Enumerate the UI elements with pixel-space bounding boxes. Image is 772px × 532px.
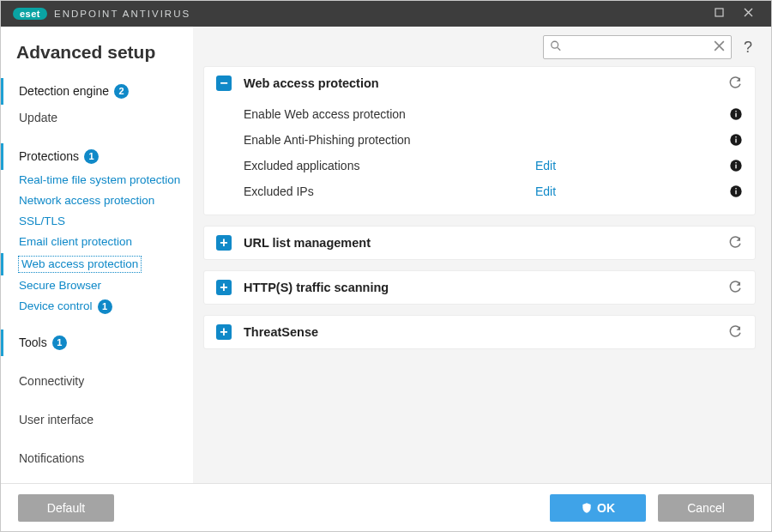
- sidebar-item-label: Update: [19, 111, 57, 125]
- sidebar-item-notifications[interactable]: Notifications: [1, 445, 192, 472]
- panel-header[interactable]: +URL list management: [204, 227, 755, 259]
- sidebar-subitem-web-access-protection[interactable]: Web access protection: [1, 253, 192, 275]
- svg-line-2: [558, 47, 560, 50]
- svg-rect-11: [735, 162, 736, 163]
- svg-rect-5: [735, 111, 736, 112]
- default-button[interactable]: Default: [18, 494, 114, 522]
- svg-rect-10: [735, 165, 736, 169]
- sidebar-subitem-network-access-protection[interactable]: Network access protection: [1, 190, 192, 211]
- sidebar-subitem-real-time-file-system-protection[interactable]: Real-time file system protection: [1, 170, 192, 190]
- brand-logo: eset: [13, 8, 47, 20]
- setting-label: Excluded IPs: [244, 184, 535, 198]
- sidebar-item-protections[interactable]: Protections1: [1, 143, 192, 170]
- svg-point-1: [552, 41, 558, 48]
- svg-rect-0: [715, 9, 723, 16]
- panel-body: Enable Web access protectionEnable Anti-…: [204, 100, 755, 215]
- expand-icon[interactable]: +: [216, 235, 232, 251]
- main-area: ? −Web access protectionEnable Web acces…: [193, 27, 771, 483]
- panel-header[interactable]: +ThreatSense: [204, 316, 755, 348]
- panel-web-access-protection: −Web access protectionEnable Web access …: [203, 66, 756, 215]
- window-maximize-icon[interactable]: [704, 8, 733, 20]
- sidebar-item-label: Real-time file system protection: [19, 173, 180, 187]
- sidebar-item-label: Web access protection: [19, 257, 141, 272]
- sidebar-item-label: Network access protection: [19, 194, 154, 208]
- sidebar-item-label: Detection engine: [19, 84, 109, 99]
- sidebar-item-label: Device control: [19, 299, 93, 313]
- sidebar-item-user-interface[interactable]: User interface: [1, 407, 192, 433]
- reset-icon[interactable]: [727, 324, 743, 340]
- search-box: [543, 35, 732, 59]
- sidebar-subitem-ssl-tls[interactable]: SSL/TLS: [1, 211, 192, 232]
- panel-http-s-traffic-scanning: +HTTP(S) traffic scanning: [203, 270, 756, 305]
- setting-row: Enable Web access protection: [244, 101, 743, 127]
- search-icon: [550, 40, 562, 55]
- svg-rect-4: [735, 113, 736, 118]
- titlebar: eset ENDPOINT ANTIVIRUS: [1, 1, 771, 27]
- sidebar-item-tools[interactable]: Tools1: [1, 329, 192, 356]
- setting-row: Excluded IPsEdit: [244, 178, 743, 204]
- setting-label: Enable Anti-Phishing protection: [244, 133, 535, 147]
- count-badge: 1: [52, 336, 67, 350]
- svg-rect-14: [735, 188, 736, 189]
- sidebar-item-update[interactable]: Update: [1, 105, 192, 131]
- sidebar-subitem-secure-browser[interactable]: Secure Browser: [1, 275, 192, 296]
- ok-button-label: OK: [597, 501, 615, 515]
- panel-header[interactable]: −Web access protection: [204, 67, 755, 100]
- search-input[interactable]: [543, 35, 732, 59]
- sidebar-item-label: Secure Browser: [19, 279, 101, 293]
- svg-rect-7: [735, 139, 736, 143]
- expand-icon[interactable]: +: [216, 280, 232, 295]
- reset-icon[interactable]: [727, 235, 743, 251]
- sidebar-item-label: Email client protection: [19, 235, 132, 249]
- count-badge: 1: [84, 149, 99, 164]
- sidebar-item-label: Connectivity: [19, 374, 84, 389]
- info-icon[interactable]: [729, 107, 743, 121]
- svg-rect-8: [735, 136, 736, 137]
- edit-link[interactable]: Edit: [535, 184, 556, 198]
- panel-title: ThreatSense: [244, 325, 727, 339]
- info-icon[interactable]: [729, 133, 743, 147]
- expand-icon[interactable]: +: [216, 324, 232, 340]
- sidebar-subitem-device-control[interactable]: Device control1: [1, 296, 192, 317]
- panel-url-list-management: +URL list management: [203, 226, 756, 260]
- sidebar-item-detection-engine[interactable]: Detection engine2: [1, 78, 192, 105]
- page-title: Advanced setup: [1, 37, 192, 78]
- sidebar-item-connectivity[interactable]: Connectivity: [1, 368, 192, 395]
- setting-label: Enable Web access protection: [244, 107, 535, 121]
- footer: Default OK Cancel: [1, 483, 771, 531]
- sidebar-item-label: Protections: [19, 149, 79, 164]
- collapse-icon[interactable]: −: [216, 76, 232, 91]
- setting-label: Excluded applications: [244, 159, 535, 172]
- product-name: ENDPOINT ANTIVIRUS: [54, 9, 190, 19]
- sidebar: Advanced setup Detection engine2UpdatePr…: [1, 27, 193, 483]
- sidebar-subitem-email-client-protection[interactable]: Email client protection: [1, 232, 192, 252]
- help-icon[interactable]: ?: [740, 39, 756, 57]
- sidebar-item-label: User interface: [19, 413, 93, 427]
- setting-row: Excluded applicationsEdit: [244, 153, 743, 178]
- sidebar-item-label: Notifications: [19, 451, 84, 466]
- ok-button[interactable]: OK: [550, 494, 646, 522]
- info-icon[interactable]: [729, 184, 743, 198]
- setting-row: Enable Anti-Phishing protection: [244, 127, 743, 153]
- shield-icon: [581, 502, 593, 514]
- sidebar-item-label: SSL/TLS: [19, 215, 65, 228]
- svg-rect-13: [735, 190, 736, 195]
- panel-title: HTTP(S) traffic scanning: [244, 281, 727, 294]
- cancel-button[interactable]: Cancel: [658, 494, 754, 522]
- window-close-icon[interactable]: [733, 8, 763, 20]
- sidebar-item-label: Tools: [19, 336, 47, 350]
- panel-title: Web access protection: [244, 76, 727, 90]
- count-badge: 2: [114, 84, 129, 99]
- panel-title: URL list management: [244, 236, 727, 250]
- panel-header[interactable]: +HTTP(S) traffic scanning: [204, 271, 755, 304]
- edit-link[interactable]: Edit: [535, 159, 556, 172]
- panel-threatsense: +ThreatSense: [203, 315, 756, 349]
- clear-search-icon[interactable]: [714, 39, 725, 55]
- reset-icon[interactable]: [727, 280, 743, 295]
- count-badge: 1: [98, 299, 112, 314]
- reset-icon[interactable]: [727, 76, 743, 91]
- info-icon[interactable]: [729, 159, 743, 172]
